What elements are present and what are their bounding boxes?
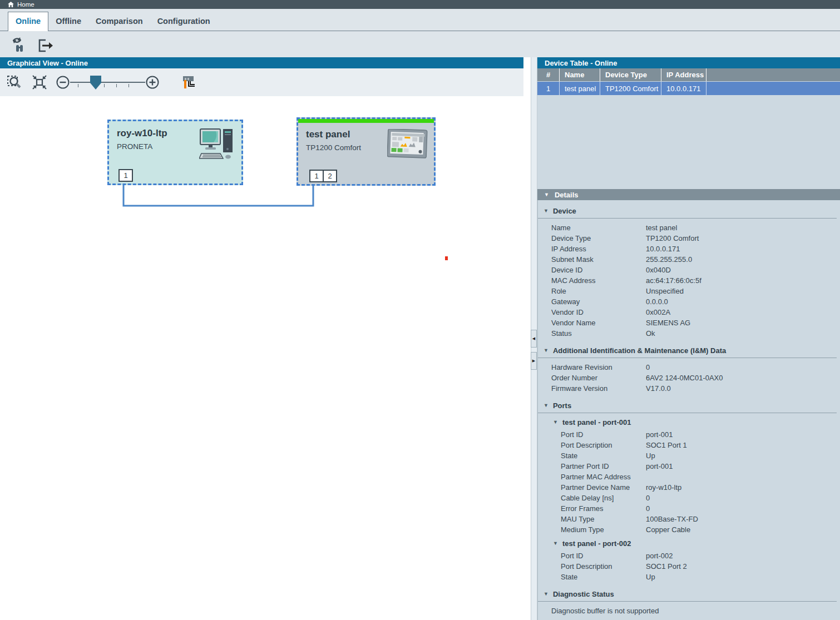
col-header-ip-address[interactable]: IP Address [661, 68, 706, 81]
kv-row: Name test panel [538, 222, 837, 233]
cell-name[interactable]: test panel [560, 82, 600, 95]
tab-comparison[interactable]: Comparison [88, 12, 150, 31]
collapse-triangle-icon[interactable]: ▼ [544, 192, 549, 197]
port-group-heading[interactable]: ▼ test panel - port-001 [538, 417, 837, 428]
kv-value: 255.255.255.0 [646, 254, 837, 265]
kv-row: Subnet Mask 255.255.255.0 [538, 254, 837, 265]
splitter-collapse-left-icon[interactable]: ◀ [531, 330, 537, 348]
section-im-data: ▼ Additional Identification & Maintenanc… [538, 346, 837, 394]
kv-label: Firmware Version [551, 383, 646, 394]
kv-row: Device ID 0x040D [538, 265, 837, 275]
kv-value: 0.0.0.0 [646, 296, 837, 307]
main-split: Graphical View - Online [0, 57, 840, 620]
collapse-triangle-icon[interactable]: ▼ [553, 541, 558, 546]
tab-offline[interactable]: Offline [48, 12, 88, 31]
export-icon[interactable] [37, 36, 53, 53]
kv-row: Error Frames 0 [538, 503, 837, 514]
section-im-heading[interactable]: ▼ Additional Identification & Maintenanc… [538, 346, 837, 358]
device-table-title: Device Table - Online [537, 57, 840, 68]
kv-label: Port Description [561, 561, 646, 572]
kv-label: State [561, 450, 646, 461]
kv-value: test panel [646, 222, 837, 233]
kv-label: Role [551, 286, 646, 296]
kv-value: V17.0.0 [646, 383, 837, 394]
port-group-heading[interactable]: ▼ test panel - port-002 [538, 538, 837, 549]
kv-label: Name [551, 222, 646, 233]
splitter-collapse-right-icon[interactable]: ▶ [531, 352, 537, 370]
kv-label: Cable Delay [ns] [561, 493, 646, 503]
port-kv-list: Port ID port-002 Port Description SOC1 P… [538, 550, 837, 582]
collapse-triangle-icon[interactable]: ▼ [543, 348, 549, 353]
topology-canvas[interactable]: roy-w10-ltp PRONETA [0, 96, 523, 620]
port-kv-list: Port ID port-001 Port Description SOC1 P… [538, 429, 837, 535]
kv-value: 0 [646, 493, 837, 503]
zoom-slider-track[interactable] [70, 75, 145, 90]
kv-row: Port Description SOC1 Port 2 [538, 561, 837, 572]
kv-label: Gateway [551, 296, 646, 307]
topology-layout-icon[interactable] [181, 75, 196, 90]
zoom-in-icon[interactable] [145, 75, 160, 90]
kv-value: Up [646, 450, 837, 461]
device-node-roy-w10-ltp[interactable]: roy-w10-ltp PRONETA [107, 120, 243, 185]
tab-configuration[interactable]: Configuration [150, 12, 218, 31]
collapse-triangle-icon[interactable]: ▼ [543, 403, 549, 408]
home-icon[interactable] [8, 2, 14, 7]
kv-value: SOC1 Port 2 [646, 561, 837, 572]
port-tab-2[interactable]: 2 [323, 170, 337, 182]
title-bar: Home [0, 0, 840, 9]
kv-label: State [561, 572, 646, 582]
kv-value: Ok [646, 328, 837, 339]
kv-label: IP Address [551, 244, 646, 254]
col-header-num[interactable]: # [537, 68, 560, 81]
kv-value: TP1200 Comfort [646, 233, 837, 244]
section-device: ▼ Device Name test panel Device Type [538, 207, 837, 339]
col-header-name[interactable]: Name [560, 68, 600, 81]
section-device-heading[interactable]: ▼ Device [538, 207, 837, 219]
zoom-selection-icon[interactable] [7, 74, 23, 91]
kv-label: Vendor ID [551, 307, 646, 318]
home-label[interactable]: Home [17, 1, 34, 8]
collapse-triangle-icon[interactable]: ▼ [543, 209, 549, 214]
port-tab-1[interactable]: 1 [118, 169, 133, 182]
cell-ip-address[interactable]: 10.0.0.171 [661, 82, 706, 95]
kv-row: Port Description SOC1 Port 1 [538, 440, 837, 450]
fit-to-screen-icon[interactable] [31, 74, 48, 91]
kv-value: ac:64:17:66:0c:5f [646, 275, 837, 286]
tab-online[interactable]: Online [8, 12, 48, 31]
device-node-test-panel[interactable]: test panel TP1200 Comfort [297, 117, 436, 186]
col-header-device-type[interactable]: Device Type [600, 68, 661, 81]
zoom-slider [56, 75, 160, 90]
port-tab-1[interactable]: 1 [309, 170, 324, 182]
zoom-slider-handle[interactable] [90, 76, 101, 90]
connection-line [0, 96, 523, 620]
details-header[interactable]: ▼ Details [537, 189, 840, 200]
section-ports-heading[interactable]: ▼ Ports [538, 401, 837, 413]
refresh-scan-icon[interactable] [9, 36, 27, 53]
graphical-view-title: Graphical View - Online [0, 57, 523, 68]
collapse-triangle-icon[interactable]: ▼ [543, 592, 549, 597]
device-kv-list: Name test panel Device Type TP1200 Comfo… [538, 222, 837, 339]
kv-value: 0 [646, 503, 837, 514]
kv-value: Up [646, 572, 837, 582]
table-header-row: # Name Device Type IP Address [537, 68, 840, 81]
table-empty-area [537, 95, 840, 189]
kv-row: Gateway 0.0.0.0 [538, 296, 837, 307]
kv-value: 0x002A [646, 307, 837, 318]
kv-row: Vendor Name SIEMENS AG [538, 318, 837, 328]
kv-row: Status Ok [538, 328, 837, 339]
kv-value: port-001 [646, 461, 837, 472]
kv-label: Device Type [551, 233, 646, 244]
kv-row: Port ID port-002 [538, 550, 837, 561]
table-row[interactable]: 1 test panel TP1200 Comfort 10.0.0.171 [537, 82, 840, 95]
kv-row: Order Number 6AV2 124-0MC01-0AX0 [538, 373, 837, 383]
panel-splitter[interactable]: ◀ ▶ [523, 57, 537, 620]
zoom-out-icon[interactable] [56, 75, 70, 90]
details-title: Details [555, 191, 579, 199]
tab-bar: Online Offline Comparison Configuration [0, 9, 840, 31]
section-diagnostic-heading[interactable]: ▼ Diagnostic Status [538, 590, 837, 602]
collapse-triangle-icon[interactable]: ▼ [553, 420, 558, 425]
kv-row: Partner MAC Address [538, 472, 837, 482]
cell-device-type[interactable]: TP1200 Comfort [600, 82, 661, 95]
kv-row: State Up [538, 572, 837, 582]
cell-num[interactable]: 1 [537, 82, 560, 95]
